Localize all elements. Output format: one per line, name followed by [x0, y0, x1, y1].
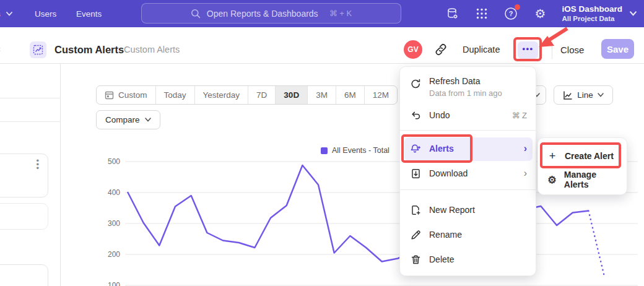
header-divider: [552, 41, 552, 59]
menu-item-shortcut: ⌘ Z: [511, 111, 527, 120]
range-today[interactable]: Today: [156, 86, 195, 104]
menu-item-label: Refresh Data: [429, 76, 480, 86]
menu-item-alerts[interactable]: Alerts ›: [400, 136, 537, 161]
range-label: Yesterday: [203, 90, 240, 100]
svg-text:400: 400: [108, 188, 120, 197]
menu-divider: [400, 189, 537, 190]
report-type-icon: [30, 41, 46, 58]
plus-icon: +: [547, 150, 557, 163]
database-icon[interactable]: [445, 6, 460, 21]
nav-item-users[interactable]: Users: [35, 0, 56, 27]
range-label: Custom: [118, 90, 147, 100]
menu-item-undo[interactable]: Undo ⌘ Z: [400, 103, 537, 128]
menu-item-label: Delete: [429, 254, 454, 264]
menu-item-new-report[interactable]: New Report: [400, 198, 537, 222]
svg-text:500: 500: [108, 157, 120, 166]
range-7d[interactable]: 7D: [248, 86, 276, 104]
project-name: iOS Dashboard: [562, 4, 622, 14]
legend-label: All Events - Total: [332, 146, 389, 155]
chevron-down-icon: [145, 118, 151, 122]
submenu-item-label: Create Alert: [565, 151, 614, 161]
bell-plus-icon: [410, 143, 421, 154]
range-3m[interactable]: 3M: [308, 86, 336, 104]
breadcrumb: Custom Alerts: [124, 40, 180, 60]
metric-card[interactable]: •••: [0, 154, 48, 197]
more-options-button[interactable]: •••: [518, 41, 538, 59]
kebab-menu-icon[interactable]: •••: [36, 159, 39, 170]
menu-item-label: New Report: [429, 205, 475, 215]
submenu-item-label: Manage Alerts: [564, 170, 619, 189]
menu-item-refresh-data[interactable]: Refresh Data Data from 1 min ago: [400, 71, 537, 100]
chevron-right-icon: ›: [524, 169, 527, 178]
svg-text:?: ?: [509, 10, 513, 17]
trash-icon: [410, 254, 421, 265]
project-scope: All Project Data: [562, 14, 622, 23]
submenu-item-create-alert[interactable]: + Create Alert: [538, 144, 628, 168]
menu-item-delete[interactable]: Delete: [400, 248, 537, 271]
share-link-icon[interactable]: [434, 43, 448, 56]
gear-icon: ⚙: [547, 174, 557, 186]
alerts-submenu: + Create Alert ⚙ Manage Alerts: [537, 137, 627, 195]
report-header: ‹ Custom Alerts Custom Alerts GV Duplica…: [0, 27, 644, 64]
undo-icon: [410, 110, 421, 121]
menu-item-rename[interactable]: Rename: [400, 223, 537, 246]
save-button[interactable]: Save: [601, 39, 634, 59]
chevron-down-icon: [598, 93, 604, 97]
help-icon[interactable]: ?: [503, 6, 518, 21]
range-12m[interactable]: 12M: [365, 86, 397, 104]
submenu-item-manage-alerts[interactable]: ⚙ Manage Alerts: [538, 168, 628, 191]
nav-item-truncated[interactable]: s: [0, 0, 12, 27]
download-icon: [410, 168, 421, 179]
sidebar-divider: [0, 121, 61, 122]
menu-item-label: Download: [429, 168, 468, 178]
apps-grid-icon[interactable]: [474, 6, 489, 21]
ellipsis-icon: •••: [522, 46, 533, 52]
chevron-down-icon: [6, 12, 12, 16]
range-custom[interactable]: Custom: [97, 86, 156, 104]
pencil-icon: [410, 229, 421, 240]
top-nav: s Users Events Open Reports & Dashboards…: [0, 0, 644, 27]
legend-swatch: [321, 147, 328, 154]
nav-events-label: Events: [76, 9, 102, 19]
chevron-right-icon: ›: [524, 144, 527, 153]
duplicate-button[interactable]: Duplicate: [463, 40, 500, 60]
sidebar-divider: [0, 98, 61, 98]
menu-item-label: Alerts: [429, 144, 454, 154]
legend-item[interactable]: All Events - Total: [321, 146, 389, 155]
chart-type-button[interactable]: Line: [554, 85, 613, 105]
menu-divider: [400, 130, 537, 131]
range-label: 6M: [344, 90, 356, 100]
calendar-icon: [105, 90, 114, 100]
refresh-icon: [410, 78, 421, 89]
range-30d[interactable]: 30D: [276, 86, 308, 104]
search-shortcut: ⌘ + K: [329, 9, 352, 18]
page-title: Custom Alerts: [54, 40, 124, 60]
range-label: 7D: [256, 90, 267, 100]
range-label: 30D: [284, 90, 299, 100]
compare-button[interactable]: Compare: [96, 110, 160, 129]
svg-text:200: 200: [108, 250, 120, 259]
project-switcher[interactable]: iOS Dashboard All Project Data: [562, 4, 637, 23]
avatar[interactable]: GV: [404, 40, 422, 59]
nav-users-label: Users: [35, 9, 56, 19]
gear-icon[interactable]: ⚙: [533, 6, 547, 21]
range-label: 12M: [373, 90, 389, 100]
range-6m[interactable]: 6M: [336, 86, 365, 104]
nav-item-events[interactable]: Events: [76, 0, 102, 27]
menu-item-download[interactable]: Download ›: [400, 161, 537, 186]
close-button[interactable]: Close: [560, 40, 584, 60]
nav-icon-group: ? ⚙ iOS Dashboard All Project Data: [445, 0, 644, 27]
context-menu: Refresh Data Data from 1 min ago Undo ⌘ …: [399, 66, 536, 276]
menu-item-sublabel: Data from 1 min ago: [429, 89, 502, 98]
metric-card[interactable]: [0, 203, 48, 230]
date-range-picker: Custom Today Yesterday 7D 30D 3M 6M 12M: [96, 85, 398, 105]
range-yesterday[interactable]: Yesterday: [195, 86, 249, 104]
line-chart-icon: [563, 90, 573, 100]
metric-card[interactable]: [0, 264, 48, 286]
svg-text:100: 100: [108, 281, 120, 286]
menu-item-label: Undo: [429, 110, 450, 120]
chevron-down-icon: [630, 11, 637, 16]
svg-text:300: 300: [108, 219, 120, 228]
search-input[interactable]: Open Reports & Dashboards ⌘ + K: [141, 3, 401, 24]
back-chevron-sliver[interactable]: ‹: [0, 43, 1, 54]
